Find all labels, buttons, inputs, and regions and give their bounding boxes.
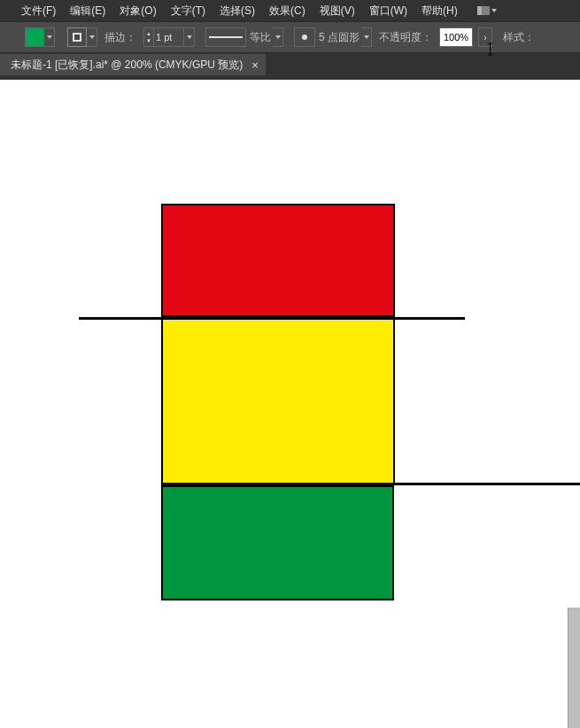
document-tabs: 未标题-1 [已恢复].ai* @ 200% (CMYK/GPU 预览) ×: [0, 53, 580, 76]
fill-swatch[interactable]: [25, 27, 44, 47]
style-label: 样式：: [503, 30, 535, 45]
brush-label: 5 点圆形: [319, 30, 360, 45]
document-tab-title: 未标题-1 [已恢复].ai* @ 200% (CMYK/GPU 预览): [11, 58, 243, 73]
chevron-down-icon: [47, 35, 52, 39]
chevron-down-icon: [187, 35, 192, 39]
menu-select[interactable]: 选择(S): [216, 2, 259, 20]
menu-effect[interactable]: 效果(C): [266, 2, 309, 20]
stroke-weight-input[interactable]: [154, 27, 184, 47]
stroke-profile-dropdown[interactable]: [273, 27, 283, 47]
stroke-dropdown[interactable]: [87, 27, 97, 47]
document-tab[interactable]: 未标题-1 [已恢复].ai* @ 200% (CMYK/GPU 预览) ×: [0, 54, 266, 75]
canvas[interactable]: [0, 80, 580, 728]
vertical-scrollbar[interactable]: [568, 608, 580, 728]
opacity-next[interactable]: ›: [478, 27, 492, 47]
stepper-arrows[interactable]: ▲▼: [143, 27, 154, 47]
chevron-down-icon: [275, 35, 281, 39]
stroke-swatch[interactable]: [67, 27, 87, 47]
stroke-weight-dropdown[interactable]: [184, 27, 195, 47]
menu-window[interactable]: 窗口(W): [366, 2, 411, 20]
menu-file[interactable]: 文件(F): [18, 2, 59, 20]
chevron-down-icon: [364, 35, 369, 39]
dot-icon: [302, 35, 307, 40]
red-rectangle[interactable]: [161, 204, 395, 317]
fill-swatch-group: [25, 27, 55, 47]
profile-label: 等比: [250, 30, 271, 45]
brush-group: 5 点圆形: [289, 27, 372, 47]
artwork: [161, 204, 397, 602]
chevron-down-icon: [89, 35, 95, 39]
fill-dropdown[interactable]: [44, 27, 55, 47]
menu-bar: 文件(F) 编辑(E) 对象(O) 文字(T) 选择(S) 效果(C) 视图(V…: [0, 0, 580, 21]
chevron-down-icon: [491, 9, 497, 12]
stroke-weight-label: 描边：: [104, 30, 136, 45]
yellow-rectangle[interactable]: [161, 317, 395, 485]
horizontal-line-2[interactable]: [161, 483, 580, 485]
stroke-profile-group: 等比: [200, 27, 283, 47]
menu-object[interactable]: 对象(O): [116, 2, 159, 20]
brush-dropdown[interactable]: [361, 27, 372, 47]
opacity-label: 不透明度：: [379, 30, 432, 45]
menu-type[interactable]: 文字(T): [167, 2, 209, 20]
menu-help[interactable]: 帮助(H): [418, 2, 461, 20]
menu-edit[interactable]: 编辑(E): [66, 2, 109, 20]
stroke-swatch-group: [60, 27, 97, 47]
control-bar: 描边： ▲▼ 等比 5 点圆形 不透明度： › 样式：: [0, 21, 580, 53]
panel-icon: [477, 6, 490, 15]
brush-preview[interactable]: [294, 27, 315, 47]
opacity-input[interactable]: [439, 27, 473, 47]
horizontal-line-1[interactable]: [79, 317, 465, 320]
workspace-switcher[interactable]: [477, 6, 497, 15]
stroke-preview[interactable]: [205, 27, 246, 47]
menu-view[interactable]: 视图(V): [316, 2, 359, 20]
close-icon[interactable]: ×: [251, 58, 259, 72]
stroke-weight-stepper[interactable]: ▲▼: [143, 27, 195, 47]
green-rectangle[interactable]: [161, 485, 394, 600]
